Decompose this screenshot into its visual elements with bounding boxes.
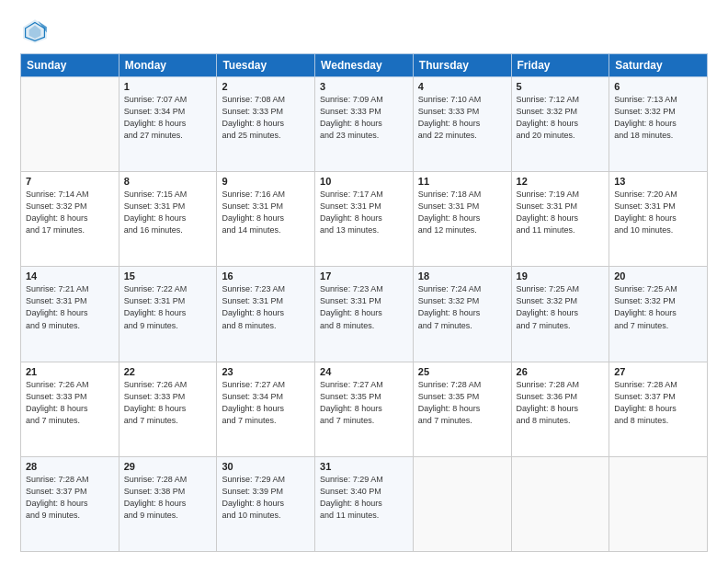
- day-info: Sunrise: 7:26 AMSunset: 3:33 PMDaylight:…: [26, 379, 114, 427]
- calendar-week-row: 21Sunrise: 7:26 AMSunset: 3:33 PMDayligh…: [21, 362, 708, 456]
- day-number: 8: [124, 176, 212, 187]
- day-info: Sunrise: 7:28 AMSunset: 3:37 PMDaylight:…: [26, 474, 114, 522]
- day-info: Sunrise: 7:24 AMSunset: 3:32 PMDaylight:…: [418, 283, 506, 331]
- calendar-day-cell: 29Sunrise: 7:28 AMSunset: 3:38 PMDayligh…: [119, 456, 217, 551]
- day-info: Sunrise: 7:18 AMSunset: 3:31 PMDaylight:…: [418, 189, 506, 236]
- day-number: 1: [124, 81, 212, 92]
- calendar-table: SundayMondayTuesdayWednesdayThursdayFrid…: [20, 53, 708, 552]
- day-number: 28: [26, 461, 114, 472]
- day-number: 10: [320, 176, 408, 187]
- day-number: 4: [418, 81, 506, 92]
- day-number: 6: [614, 81, 702, 92]
- day-of-week-header: Friday: [511, 54, 609, 77]
- day-number: 19: [517, 270, 605, 282]
- day-of-week-header: Sunday: [21, 54, 119, 77]
- calendar-header: SundayMondayTuesdayWednesdayThursdayFrid…: [21, 54, 708, 77]
- calendar-day-cell: 31Sunrise: 7:29 AMSunset: 3:40 PMDayligh…: [315, 456, 414, 551]
- calendar-day-cell: [413, 456, 511, 551]
- day-info: Sunrise: 7:26 AMSunset: 3:33 PMDaylight:…: [124, 379, 212, 427]
- day-info: Sunrise: 7:22 AMSunset: 3:31 PMDaylight:…: [124, 283, 212, 331]
- calendar-day-cell: 2Sunrise: 7:08 AMSunset: 3:33 PMDaylight…: [217, 77, 315, 172]
- calendar-day-cell: 30Sunrise: 7:29 AMSunset: 3:39 PMDayligh…: [217, 456, 315, 551]
- day-number: 26: [517, 366, 605, 377]
- day-number: 23: [222, 366, 310, 377]
- day-number: 20: [614, 270, 702, 282]
- day-info: Sunrise: 7:19 AMSunset: 3:31 PMDaylight:…: [517, 189, 605, 236]
- day-number: 21: [26, 366, 114, 377]
- logo-icon: [20, 17, 50, 46]
- day-info: Sunrise: 7:29 AMSunset: 3:39 PMDaylight:…: [222, 474, 310, 522]
- day-info: Sunrise: 7:27 AMSunset: 3:35 PMDaylight:…: [320, 379, 408, 427]
- calendar-week-row: 28Sunrise: 7:28 AMSunset: 3:37 PMDayligh…: [21, 456, 708, 551]
- calendar-day-cell: 5Sunrise: 7:12 AMSunset: 3:32 PMDaylight…: [511, 77, 609, 172]
- day-number: 3: [320, 81, 408, 92]
- calendar-day-cell: 14Sunrise: 7:21 AMSunset: 3:31 PMDayligh…: [21, 267, 119, 362]
- day-number: 5: [517, 81, 605, 92]
- day-info: Sunrise: 7:12 AMSunset: 3:32 PMDaylight:…: [517, 94, 605, 142]
- calendar-day-cell: 22Sunrise: 7:26 AMSunset: 3:33 PMDayligh…: [119, 362, 217, 456]
- calendar-week-row: 1Sunrise: 7:07 AMSunset: 3:34 PMDaylight…: [21, 77, 708, 172]
- calendar-day-cell: 25Sunrise: 7:28 AMSunset: 3:35 PMDayligh…: [413, 362, 511, 456]
- day-info: Sunrise: 7:15 AMSunset: 3:31 PMDaylight:…: [124, 189, 212, 236]
- day-info: Sunrise: 7:09 AMSunset: 3:33 PMDaylight:…: [320, 94, 408, 142]
- calendar-day-cell: 15Sunrise: 7:22 AMSunset: 3:31 PMDayligh…: [119, 267, 217, 362]
- day-number: 29: [124, 461, 212, 472]
- calendar-day-cell: [511, 456, 609, 551]
- calendar-day-cell: 6Sunrise: 7:13 AMSunset: 3:32 PMDaylight…: [609, 77, 708, 172]
- calendar-day-cell: 10Sunrise: 7:17 AMSunset: 3:31 PMDayligh…: [315, 172, 414, 267]
- day-info: Sunrise: 7:25 AMSunset: 3:32 PMDaylight:…: [614, 283, 702, 331]
- calendar-day-cell: 18Sunrise: 7:24 AMSunset: 3:32 PMDayligh…: [413, 267, 511, 362]
- day-info: Sunrise: 7:28 AMSunset: 3:37 PMDaylight:…: [614, 379, 702, 427]
- day-of-week-header: Wednesday: [315, 54, 414, 77]
- calendar-week-row: 14Sunrise: 7:21 AMSunset: 3:31 PMDayligh…: [21, 267, 708, 362]
- day-info: Sunrise: 7:13 AMSunset: 3:32 PMDaylight:…: [614, 94, 702, 142]
- calendar-day-cell: 1Sunrise: 7:07 AMSunset: 3:34 PMDaylight…: [119, 77, 217, 172]
- day-info: Sunrise: 7:23 AMSunset: 3:31 PMDaylight:…: [222, 283, 310, 331]
- day-info: Sunrise: 7:16 AMSunset: 3:31 PMDaylight:…: [222, 189, 310, 236]
- day-number: 16: [222, 270, 310, 282]
- calendar-day-cell: 24Sunrise: 7:27 AMSunset: 3:35 PMDayligh…: [315, 362, 414, 456]
- calendar-day-cell: 8Sunrise: 7:15 AMSunset: 3:31 PMDaylight…: [119, 172, 217, 267]
- day-info: Sunrise: 7:29 AMSunset: 3:40 PMDaylight:…: [320, 474, 408, 522]
- day-number: 15: [124, 270, 212, 282]
- calendar-day-cell: 16Sunrise: 7:23 AMSunset: 3:31 PMDayligh…: [217, 267, 315, 362]
- day-number: 9: [222, 176, 310, 187]
- day-header-row: SundayMondayTuesdayWednesdayThursdayFrid…: [21, 54, 708, 77]
- day-info: Sunrise: 7:28 AMSunset: 3:38 PMDaylight:…: [124, 474, 212, 522]
- day-number: 25: [418, 366, 506, 377]
- day-of-week-header: Thursday: [413, 54, 511, 77]
- day-of-week-header: Saturday: [609, 54, 708, 77]
- day-of-week-header: Tuesday: [217, 54, 315, 77]
- day-number: 27: [614, 366, 702, 377]
- day-info: Sunrise: 7:14 AMSunset: 3:32 PMDaylight:…: [26, 189, 114, 236]
- calendar-day-cell: 20Sunrise: 7:25 AMSunset: 3:32 PMDayligh…: [609, 267, 708, 362]
- day-number: 22: [124, 366, 212, 377]
- day-info: Sunrise: 7:20 AMSunset: 3:31 PMDaylight:…: [614, 189, 702, 236]
- day-number: 11: [418, 176, 506, 187]
- day-number: 7: [26, 176, 114, 187]
- day-number: 24: [320, 366, 408, 377]
- day-info: Sunrise: 7:07 AMSunset: 3:34 PMDaylight:…: [124, 94, 212, 142]
- calendar-week-row: 7Sunrise: 7:14 AMSunset: 3:32 PMDaylight…: [21, 172, 708, 267]
- day-info: Sunrise: 7:25 AMSunset: 3:32 PMDaylight:…: [517, 283, 605, 331]
- calendar-day-cell: 13Sunrise: 7:20 AMSunset: 3:31 PMDayligh…: [609, 172, 708, 267]
- day-info: Sunrise: 7:10 AMSunset: 3:33 PMDaylight:…: [418, 94, 506, 142]
- page: SundayMondayTuesdayWednesdayThursdayFrid…: [0, 0, 728, 563]
- day-info: Sunrise: 7:28 AMSunset: 3:35 PMDaylight:…: [418, 379, 506, 427]
- calendar-day-cell: 17Sunrise: 7:23 AMSunset: 3:31 PMDayligh…: [315, 267, 414, 362]
- calendar-day-cell: 7Sunrise: 7:14 AMSunset: 3:32 PMDaylight…: [21, 172, 119, 267]
- calendar-day-cell: [21, 77, 119, 172]
- day-number: 12: [517, 176, 605, 187]
- day-info: Sunrise: 7:28 AMSunset: 3:36 PMDaylight:…: [517, 379, 605, 427]
- header: [20, 17, 708, 46]
- day-info: Sunrise: 7:08 AMSunset: 3:33 PMDaylight:…: [222, 94, 310, 142]
- calendar-day-cell: 9Sunrise: 7:16 AMSunset: 3:31 PMDaylight…: [217, 172, 315, 267]
- calendar-day-cell: 12Sunrise: 7:19 AMSunset: 3:31 PMDayligh…: [511, 172, 609, 267]
- calendar-day-cell: 19Sunrise: 7:25 AMSunset: 3:32 PMDayligh…: [511, 267, 609, 362]
- day-info: Sunrise: 7:23 AMSunset: 3:31 PMDaylight:…: [320, 283, 408, 331]
- calendar-day-cell: 3Sunrise: 7:09 AMSunset: 3:33 PMDaylight…: [315, 77, 414, 172]
- logo: [20, 17, 53, 46]
- calendar-day-cell: 28Sunrise: 7:28 AMSunset: 3:37 PMDayligh…: [21, 456, 119, 551]
- day-info: Sunrise: 7:17 AMSunset: 3:31 PMDaylight:…: [320, 189, 408, 236]
- day-number: 18: [418, 270, 506, 282]
